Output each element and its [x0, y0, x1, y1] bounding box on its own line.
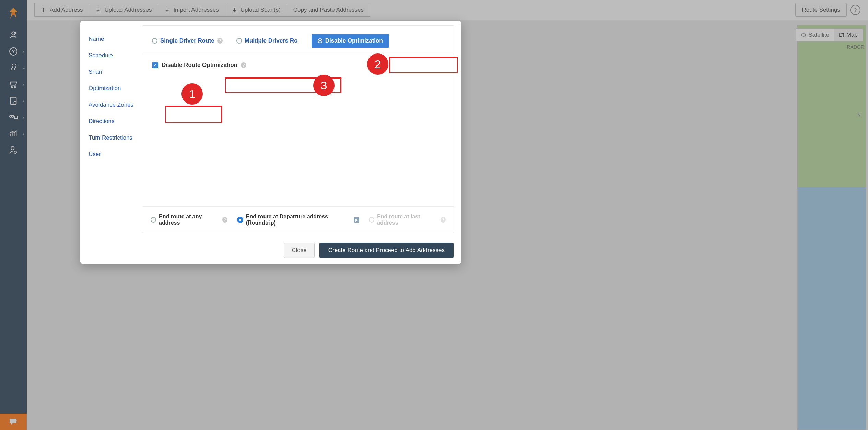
close-button[interactable]: Close — [284, 243, 314, 258]
create-route-button[interactable]: Create Route and Proceed to Add Addresse… — [319, 243, 454, 258]
end-any-address[interactable]: End route at any address ? — [151, 214, 227, 226]
radio-icon — [318, 38, 322, 43]
label: End route at Departure address (Roundtri… — [246, 214, 351, 226]
radio-icon — [151, 217, 156, 223]
nav-user[interactable]: User — [89, 146, 142, 163]
tab-multiple-drivers[interactable]: Multiple Drivers Ro — [236, 37, 298, 44]
help-icon: ? — [441, 217, 446, 223]
optimization-mode-tabs: Single Driver Route ? Multiple Drivers R… — [142, 26, 454, 54]
tab-disable-optimization[interactable]: Disable Optimization — [312, 34, 389, 48]
nav-sharing[interactable]: Shari — [89, 64, 142, 80]
play-icon[interactable]: ▶ — [354, 217, 359, 223]
modal-footer: Close Create Route and Proceed to Add Ad… — [80, 238, 461, 264]
nav-optimization[interactable]: Optimization — [89, 80, 142, 97]
nav-turn-restrictions[interactable]: Turn Restrictions — [89, 130, 142, 146]
route-settings-modal: Name Schedule Shari Optimization Avoidan… — [80, 21, 461, 264]
checkbox-checked-icon[interactable]: ✓ — [152, 62, 158, 68]
modal-content-panel: Single Driver Route ? Multiple Drivers R… — [142, 25, 454, 233]
radio-icon — [236, 38, 242, 44]
radio-icon — [152, 38, 157, 44]
help-icon[interactable]: ? — [222, 217, 227, 223]
end-route-options: End route at any address ? End route at … — [142, 206, 454, 233]
help-icon[interactable]: ? — [217, 38, 223, 44]
nav-name[interactable]: Name — [89, 31, 142, 47]
modal-sidebar: Name Schedule Shari Optimization Avoidan… — [80, 21, 142, 238]
nav-directions[interactable]: Directions — [89, 113, 142, 130]
end-roundtrip[interactable]: End route at Departure address (Roundtri… — [237, 214, 359, 226]
tab-single-driver[interactable]: Single Driver Route ? — [152, 37, 223, 44]
nav-schedule[interactable]: Schedule — [89, 47, 142, 64]
label: Disable Route Optimization — [162, 62, 237, 69]
nav-avoidance[interactable]: Avoidance Zones — [89, 97, 142, 113]
label: End route at last address — [377, 214, 438, 226]
label: Disable Optimization — [325, 37, 383, 44]
end-last-address: End route at last address ? — [369, 214, 446, 226]
label: Multiple Drivers Ro — [245, 37, 298, 44]
help-icon[interactable]: ? — [241, 62, 246, 68]
disable-optimization-row: ✓ Disable Route Optimization ? — [142, 54, 454, 76]
label: End route at any address — [159, 214, 220, 226]
radio-selected-icon — [237, 217, 243, 223]
radio-icon — [369, 217, 374, 223]
label: Single Driver Route — [160, 37, 214, 44]
